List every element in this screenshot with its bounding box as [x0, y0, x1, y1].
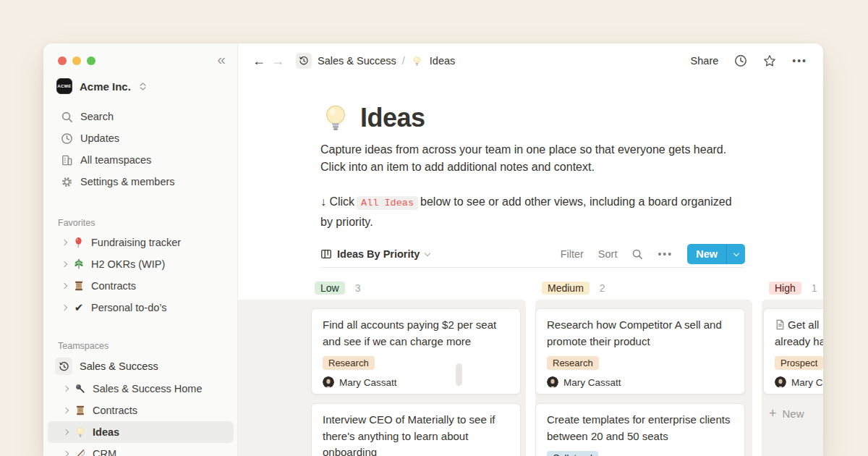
workspace-name: Acme Inc. — [80, 80, 131, 93]
sidebar-item-updates[interactable]: Updates — [43, 127, 238, 149]
chevron-right-icon[interactable] — [63, 429, 69, 435]
sidebar-item-label: Contracts — [93, 405, 137, 416]
assignee-name: Mary C — [791, 377, 823, 388]
search-icon[interactable] — [631, 248, 643, 260]
card-title: Create templates for enterprise clients … — [547, 412, 733, 444]
star-icon[interactable] — [763, 54, 776, 67]
board-card[interactable]: Get all already ha Prospect Mary C — [763, 308, 823, 394]
sidebar-item-label: Ideas — [93, 426, 119, 438]
sidebar-item-sales-success-home[interactable]: Sales & Success Home — [43, 378, 238, 400]
sidebar-item-label: H2 OKRs (WIP) — [91, 258, 165, 270]
column-header-high[interactable]: High 1 — [769, 282, 817, 295]
more-options-icon[interactable]: ••• — [792, 55, 807, 67]
sidebar-item-search[interactable]: Search — [43, 106, 238, 127]
chevron-right-icon[interactable] — [61, 240, 67, 245]
lightbulb-icon — [74, 426, 87, 439]
minimize-window-button[interactable] — [72, 56, 81, 65]
favorites-label: Favorites — [43, 214, 238, 232]
balloon-icon — [72, 236, 85, 249]
back-arrow-icon[interactable]: ← — [252, 54, 265, 67]
sidebar-item-contracts-fav[interactable]: Contracts — [43, 275, 238, 297]
sidebar-item-label: Personal to-do’s — [91, 302, 167, 313]
card-title: Research how Competitor A sell and promo… — [547, 317, 733, 350]
chevron-down-icon — [733, 250, 739, 256]
breadcrumb-teamspace[interactable]: Sales & Success — [318, 55, 396, 67]
view-name[interactable]: Ideas By Priority — [337, 248, 420, 260]
close-window-button[interactable] — [58, 56, 67, 65]
chevron-right-icon[interactable] — [61, 305, 67, 311]
toolbar-divider — [320, 267, 745, 268]
scroll-icon — [74, 404, 87, 417]
board-card[interactable]: Interview CEO of Materially to see if th… — [311, 403, 521, 456]
document-icon — [775, 319, 786, 330]
sidebar-item-h2-okrs[interactable]: H2 OKRs (WIP) — [43, 253, 238, 275]
sidebar-item-settings[interactable]: Settings & members — [43, 171, 238, 193]
sidebar-item-sales-success[interactable]: Sales & Success — [43, 355, 238, 378]
breadcrumb: Sales & Success / Ideas — [296, 53, 455, 69]
chevron-right-icon[interactable] — [63, 451, 69, 456]
new-button[interactable]: New — [687, 244, 745, 264]
card-title: Interview CEO of Materially to see if th… — [323, 412, 509, 456]
more-options-icon[interactable]: ••• — [658, 248, 673, 260]
sidebar-collapse-icon[interactable]: « — [217, 51, 226, 68]
new-button-dropdown[interactable] — [726, 244, 745, 264]
card-assignee: Mary Cassatt — [323, 376, 509, 388]
chevron-right-icon[interactable] — [61, 261, 67, 267]
desktop-background: « ACME Acme Inc. Search Updates All team… — [0, 0, 868, 456]
filter-button[interactable]: Filter — [561, 248, 584, 260]
building-icon — [61, 154, 73, 166]
column-count: 1 — [812, 282, 817, 294]
teamspaces-label: Teamspaces — [43, 337, 238, 355]
chevron-right-icon[interactable] — [63, 386, 69, 392]
teamspaces-section: Teamspaces Sales & Success Sales & Succe… — [43, 337, 238, 456]
card-title: Get all already ha — [775, 317, 823, 350]
sidebar-item-contracts-teamspace[interactable]: Contracts — [43, 400, 238, 421]
view-toolbar-actions: Filter Sort ••• New — [561, 244, 745, 264]
card-assignee: Mary C — [775, 376, 823, 388]
card-tag: Research — [323, 356, 375, 370]
lightbulb-icon[interactable] — [320, 103, 351, 133]
favorites-section: Favorites Fundraising tracker H2 OKRs (W… — [43, 214, 238, 318]
zoom-window-button[interactable] — [87, 56, 95, 65]
sidebar-item-ideas[interactable]: Ideas — [48, 421, 234, 443]
history-icon[interactable] — [296, 53, 312, 69]
column-header-low[interactable]: Low 3 — [315, 282, 360, 295]
scrollbar-thumb[interactable] — [456, 363, 462, 386]
column-count: 3 — [355, 282, 361, 294]
card-tag: Prospect — [775, 356, 823, 370]
board-card[interactable]: Find all accounts paying $2 per seat and… — [311, 308, 521, 394]
page-description[interactable]: Capture ideas from across your team in o… — [320, 141, 745, 176]
window-controls — [58, 56, 95, 65]
board-card[interactable]: Create templates for enterprise clients … — [535, 403, 745, 456]
topbar-actions: Share ••• — [691, 54, 807, 67]
column-header-medium[interactable]: Medium 2 — [542, 282, 605, 295]
chevron-right-icon[interactable] — [61, 283, 67, 289]
sidebar-menu: Search Updates All teamspaces Settings &… — [43, 106, 238, 193]
board-card[interactable]: Research how Competitor A sell and promo… — [535, 308, 745, 394]
sidebar-item-personal-todos[interactable]: ✔ Personal to-do’s — [43, 297, 238, 318]
sidebar-item-label: All teamspaces — [80, 154, 151, 166]
sidebar-item-all-teamspaces[interactable]: All teamspaces — [43, 149, 238, 171]
share-button[interactable]: Share — [691, 55, 719, 67]
app-window: « ACME Acme Inc. Search Updates All team… — [43, 43, 823, 456]
sidebar: « ACME Acme Inc. Search Updates All team… — [43, 43, 238, 456]
page-title[interactable]: Ideas — [360, 103, 425, 133]
workspace-switcher[interactable]: ACME Acme Inc. — [54, 75, 227, 97]
card-assignee: Mary Cassatt — [547, 376, 733, 388]
add-card-label: New — [783, 408, 804, 420]
callout-text[interactable]: ↓ ClickAll Ideasbelow to see or add othe… — [320, 192, 745, 232]
sidebar-item-label: CRM — [93, 448, 116, 456]
sidebar-item-label: Fundraising tracker — [91, 237, 181, 248]
sidebar-item-crm[interactable]: CRM — [43, 443, 238, 456]
chevron-right-icon[interactable] — [63, 408, 69, 413]
main-area: ← → Sales & Success / Ideas Share ••• — [238, 43, 823, 456]
sort-button[interactable]: Sort — [598, 248, 618, 260]
forward-arrow-icon[interactable]: → — [271, 54, 284, 67]
chevron-down-icon[interactable] — [425, 250, 430, 256]
board-column-headers: Low 3 Medium 2 High 1 — [320, 282, 745, 297]
clock-icon[interactable] — [734, 54, 747, 67]
add-card-button[interactable]: + New — [769, 407, 804, 420]
breadcrumb-page[interactable]: Ideas — [430, 55, 455, 67]
sidebar-item-fundraising-tracker[interactable]: Fundraising tracker — [43, 232, 238, 253]
assignee-name: Mary Cassatt — [339, 377, 397, 388]
